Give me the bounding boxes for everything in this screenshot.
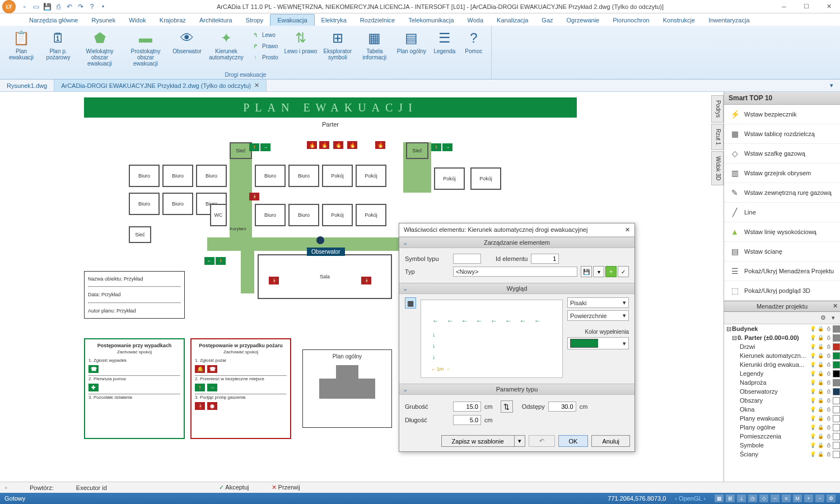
btn-prosto[interactable]: ↑Prosto: [248, 52, 282, 63]
color-swatch[interactable]: [833, 442, 840, 449]
btn-legenda[interactable]: ☰Legenda: [431, 27, 459, 71]
btn-eksplorator[interactable]: ⊞Eksplorator symboli: [320, 27, 356, 71]
color-swatch[interactable]: [833, 433, 840, 440]
accept-icon[interactable]: ✓: [219, 484, 224, 491]
pm-item-kierunki-drog[interactable]: Kierunki dróg ewakua...💡🔒⎙: [724, 360, 840, 369]
minus-icon[interactable]: −: [815, 494, 824, 502]
app-logo[interactable]: LT: [2, 0, 16, 13]
btn-prawo[interactable]: ↱Prawo: [248, 40, 282, 52]
color-swatch[interactable]: [833, 451, 840, 458]
pm-item-kierunek-auto[interactable]: Kierunek automatyczn...💡🔒⎙: [724, 351, 840, 360]
bulb-icon[interactable]: 💡: [809, 415, 816, 422]
btn-plan-ewakuacji[interactable]: 📋Plan ewakuacji: [3, 27, 39, 71]
lock-icon[interactable]: 🔒: [817, 433, 824, 440]
bulb-icon[interactable]: 💡: [809, 334, 816, 342]
print-icon[interactable]: ⎙: [825, 451, 832, 458]
btn-typ-down[interactable]: ▾: [593, 266, 604, 277]
model-icon[interactable]: M: [793, 494, 802, 502]
pm-tree[interactable]: ⊟Budynek💡🔒⎙ ⊟0. Parter (±0.00=0.00)💡🔒⎙ D…: [724, 324, 840, 482]
btn-preview-toggle[interactable]: ▦: [405, 297, 416, 309]
tab-konstrukcje[interactable]: Konstrukcje: [656, 15, 702, 26]
bulb-icon[interactable]: 💡: [809, 451, 816, 458]
tab-gaz[interactable]: Gaz: [535, 15, 559, 26]
tab-krajobraz[interactable]: Krajobraz: [153, 15, 193, 26]
lock-icon[interactable]: 🔒: [817, 334, 824, 342]
tab-architektura[interactable]: Architektura: [193, 15, 239, 26]
btn-ok[interactable]: OK: [558, 435, 589, 447]
cancel-icon[interactable]: ✕: [272, 484, 277, 491]
tab-inwentaryzacja[interactable]: Inwentaryzacja: [702, 15, 756, 26]
pm-item-pomieszczenia[interactable]: Pomieszczenia💡🔒⎙: [724, 432, 840, 441]
lock-icon[interactable]: 🔒: [817, 352, 824, 360]
color-swatch[interactable]: [833, 352, 840, 360]
pm-item-drzwi[interactable]: Drzwi💡🔒⎙: [724, 342, 840, 351]
pm-node-parter[interactable]: ⊟0. Parter (±0.00=0.00)💡🔒⎙: [724, 333, 840, 342]
maximize-button[interactable]: ☐: [795, 0, 818, 13]
doctab-przyklad2[interactable]: ArCADia-DROGI EWAKUACYJNE Przykład 2.dwg…: [54, 80, 267, 91]
btn-save-template[interactable]: Zapisz w szablonie: [441, 435, 514, 447]
lock-icon[interactable]: 🔒: [817, 379, 824, 386]
st-item-rura-gaz[interactable]: ✎Wstaw zewnętrzną rurę gazową: [724, 183, 840, 203]
st-item-line[interactable]: ╱Line: [724, 203, 840, 222]
print-icon[interactable]: ⎙: [825, 442, 832, 449]
qat-save-icon[interactable]: 💾: [43, 2, 52, 11]
lock-icon[interactable]: 🔒: [817, 415, 824, 422]
btn-dimension-link[interactable]: ⇅: [501, 400, 513, 413]
bulb-icon[interactable]: 💡: [809, 379, 816, 386]
qat-print-icon[interactable]: ⎙: [54, 2, 63, 11]
tab-woda[interactable]: Woda: [461, 15, 491, 26]
print-icon[interactable]: ⎙: [825, 325, 832, 333]
pm-item-sciany[interactable]: Ściany💡🔒⎙: [724, 450, 840, 459]
bulb-icon[interactable]: 💡: [809, 433, 816, 440]
pm-item-symbole[interactable]: Symbole💡🔒⎙: [724, 441, 840, 450]
lock-icon[interactable]: 🔒: [817, 451, 824, 458]
dropdown-kolor[interactable]: ▾: [567, 337, 629, 349]
doctab-dropdown[interactable]: ▾: [823, 80, 840, 91]
btn-typ-save[interactable]: 💾: [581, 266, 592, 277]
btn-obserwator[interactable]: 👁Obserwator: [169, 27, 205, 71]
color-swatch[interactable]: [833, 415, 840, 422]
qat-help-icon[interactable]: ?: [87, 2, 96, 11]
bulb-icon[interactable]: 💡: [809, 424, 816, 431]
status-opengl[interactable]: OpenGL: [679, 495, 702, 502]
btn-lewo[interactable]: ↰Lewo: [248, 29, 282, 40]
bulb-icon[interactable]: 💡: [809, 325, 816, 333]
color-swatch[interactable]: [833, 361, 840, 368]
grid-icon[interactable]: ⊞: [726, 494, 735, 502]
pm-item-obszary[interactable]: Obszary💡🔒⎙: [724, 396, 840, 405]
tab-rysunek[interactable]: Rysunek: [85, 15, 122, 26]
dialog-close-icon[interactable]: ✕: [625, 226, 630, 234]
bulb-icon[interactable]: 💡: [809, 397, 816, 404]
pm-item-okna[interactable]: Okna💡🔒⎙: [724, 405, 840, 414]
print-icon[interactable]: ⎙: [825, 343, 832, 351]
sidetab-widok3d[interactable]: Widok 3D: [711, 151, 724, 185]
tab-rozdzielnice[interactable]: Rozdzielnice: [353, 15, 402, 26]
osnap-icon[interactable]: ◇: [759, 494, 768, 502]
lock-icon[interactable]: 🔒: [817, 442, 824, 449]
lock-icon[interactable]: 🔒: [817, 343, 824, 351]
pm-item-nadproza[interactable]: Nadproża💡🔒⎙: [724, 378, 840, 387]
tab-widok[interactable]: Widok: [122, 15, 153, 26]
bulb-icon[interactable]: 💡: [809, 406, 816, 413]
plus-icon[interactable]: +: [804, 494, 813, 502]
btn-undo[interactable]: ↶: [529, 435, 555, 447]
print-icon[interactable]: ⎙: [825, 334, 832, 342]
btn-save-template-dropdown[interactable]: ▾: [514, 435, 525, 447]
input-id-elementu[interactable]: [531, 254, 559, 264]
bulb-icon[interactable]: 💡: [809, 343, 816, 351]
lock-icon[interactable]: 🔒: [817, 424, 824, 431]
btn-wielokat-obszar[interactable]: ⬟Wielokątny obszar ewakuacji: [77, 27, 122, 71]
bulb-icon[interactable]: 💡: [809, 370, 816, 377]
sidetab-podrys[interactable]: Podrys: [711, 95, 724, 123]
st-item-szafka-gaz[interactable]: ◇Wstaw szafkę gazową: [724, 144, 840, 164]
bulb-icon[interactable]: 💡: [809, 388, 816, 395]
dialog-titlebar[interactable]: Właściwości elementu: Kierunek automatyc…: [399, 223, 634, 237]
btn-prostokat-obszar[interactable]: ▬Prostokątny obszar ewakuacji: [123, 27, 168, 71]
bulb-icon[interactable]: 💡: [809, 352, 816, 360]
pm-filter-icon[interactable]: ⚙: [819, 314, 828, 323]
lock-icon[interactable]: 🔒: [817, 397, 824, 404]
section-management[interactable]: ⌄Zarządzanie elementem: [399, 237, 634, 248]
tab-telekomunikacja[interactable]: Telekomunikacja: [402, 15, 460, 26]
sidetab-rzut1[interactable]: Rzut 1: [711, 124, 724, 150]
doctab-close-icon[interactable]: ✕: [254, 82, 259, 89]
